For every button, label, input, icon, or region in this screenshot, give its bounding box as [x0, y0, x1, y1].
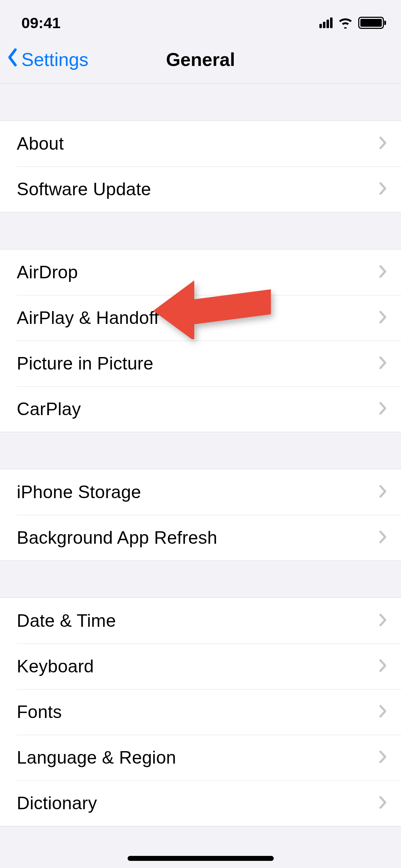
chevron-right-icon: [378, 530, 387, 546]
home-indicator[interactable]: [128, 856, 274, 861]
group-spacer: [0, 212, 401, 249]
row-picture-in-picture[interactable]: Picture in Picture: [0, 341, 401, 386]
row-language-region[interactable]: Language & Region: [0, 735, 401, 780]
chevron-right-icon: [378, 704, 387, 720]
row-carplay[interactable]: CarPlay: [0, 386, 401, 432]
chevron-right-icon: [378, 658, 387, 674]
row-label: Background App Refresh: [17, 527, 217, 548]
group-4: Date & Time Keyboard Fonts Language & Re…: [0, 598, 401, 826]
group-1: About Software Update: [0, 120, 401, 212]
status-right: [319, 17, 384, 29]
row-label: CarPlay: [17, 399, 81, 419]
cell-signal-icon: [319, 17, 333, 28]
group-spacer: [0, 432, 401, 469]
row-label: About: [17, 133, 64, 154]
row-airplay-handoff[interactable]: AirPlay & Handoff: [0, 295, 401, 341]
status-bar: 09:41: [0, 0, 401, 36]
row-airdrop[interactable]: AirDrop: [0, 249, 401, 295]
chevron-right-icon: [378, 136, 387, 151]
chevron-right-icon: [378, 264, 387, 280]
back-button[interactable]: Settings: [6, 48, 88, 71]
group-3: iPhone Storage Background App Refresh: [0, 469, 401, 561]
row-label: Fonts: [17, 702, 62, 722]
row-fonts[interactable]: Fonts: [0, 689, 401, 735]
row-label: Language & Region: [17, 747, 176, 768]
row-label: iPhone Storage: [17, 482, 141, 502]
row-iphone-storage[interactable]: iPhone Storage: [0, 469, 401, 515]
status-time: 09:41: [21, 14, 61, 32]
back-label: Settings: [21, 49, 88, 70]
chevron-right-icon: [378, 181, 387, 197]
chevron-right-icon: [378, 310, 387, 326]
row-label: Picture in Picture: [17, 353, 153, 374]
row-label: Date & Time: [17, 610, 116, 631]
row-software-update[interactable]: Software Update: [0, 166, 401, 212]
group-spacer: [0, 561, 401, 598]
group-2: AirDrop AirPlay & Handoff Picture in Pic…: [0, 249, 401, 432]
wifi-icon: [338, 17, 353, 29]
chevron-right-icon: [378, 795, 387, 811]
row-label: AirDrop: [17, 262, 78, 283]
chevron-right-icon: [378, 484, 387, 500]
row-dictionary[interactable]: Dictionary: [0, 780, 401, 826]
chevron-right-icon: [378, 613, 387, 629]
chevron-right-icon: [378, 750, 387, 765]
row-date-time[interactable]: Date & Time: [0, 598, 401, 644]
row-label: Software Update: [17, 179, 151, 200]
row-background-app-refresh[interactable]: Background App Refresh: [0, 515, 401, 560]
page-title: General: [166, 49, 235, 70]
content: About Software Update AirDrop AirPlay & …: [0, 84, 401, 826]
battery-icon: [358, 17, 384, 29]
row-label: Keyboard: [17, 656, 94, 677]
row-label: Dictionary: [17, 793, 97, 813]
row-about[interactable]: About: [0, 121, 401, 166]
chevron-right-icon: [378, 356, 387, 371]
group-spacer: [0, 84, 401, 120]
row-label: AirPlay & Handoff: [17, 308, 159, 328]
row-keyboard[interactable]: Keyboard: [0, 644, 401, 689]
chevron-right-icon: [378, 401, 387, 417]
chevron-left-icon: [6, 48, 19, 71]
nav-bar: Settings General: [0, 36, 401, 84]
